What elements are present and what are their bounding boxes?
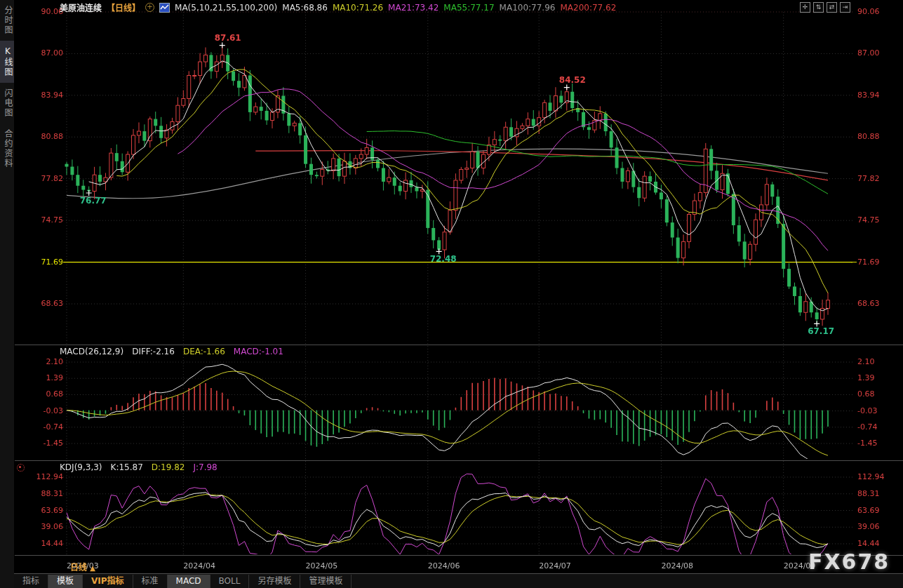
ma100-value: MA100:77.96 <box>500 3 556 13</box>
macd-axis-label-left: -1.45 <box>21 439 63 448</box>
crosshair-icon[interactable]: ✛ <box>800 2 810 13</box>
panel-separator <box>14 460 903 461</box>
kdj-axis-label-right: 88.31 <box>857 489 880 498</box>
kdj-axis-label-right: 39.06 <box>857 522 880 531</box>
price-annotation: 76.77 <box>72 196 114 206</box>
chart-toolbar: ✛ ⇅ ⇄ ⇥ <box>800 2 850 13</box>
chart-header: 美原油连续 【日线】 + MA(5,10,21,55,100,200) MA5:… <box>60 1 616 13</box>
sidebar-item-timeshare[interactable]: 分时图 <box>0 0 14 41</box>
price-annotation: 87.61 <box>207 33 249 43</box>
price-annotation: 67.17 <box>800 326 842 336</box>
sidebar-item-contract-info[interactable]: 合约资料 <box>0 123 14 174</box>
kdj-axis-label-right: 63.69 <box>857 506 880 515</box>
sidebar-item-lightning[interactable]: 闪电图 <box>0 83 14 123</box>
price-axis-label-left: 90.06 <box>21 7 63 16</box>
macd-axis-label-right: -1.45 <box>857 439 877 448</box>
kdj-header: KDJ(9,3,3) K:15.87 D:19.82 J:7.98 <box>60 462 218 472</box>
tab-templates[interactable]: 模板 <box>48 575 83 588</box>
ma-settings-label: MA(5,10,21,55,100,200) <box>175 3 277 13</box>
macd-axis-label-right: -0.03 <box>857 406 877 415</box>
macd-dea-value: DEA:-1.66 <box>183 347 225 356</box>
price-axis-label-right: 74.75 <box>857 215 880 225</box>
date-axis-label: 2024/05 <box>306 561 338 570</box>
detach-window-icon[interactable]: ⇥ <box>840 2 850 13</box>
macd-axis-label-left: 1.39 <box>21 373 63 382</box>
price-axis-label-left: 83.94 <box>21 91 63 100</box>
date-axis-label: 2024/06 <box>428 561 460 570</box>
kdj-axis-label-left: 14.44 <box>21 539 63 548</box>
price-axis-label-right: 83.94 <box>857 91 880 100</box>
tab-manage-template[interactable]: 管理模板 <box>300 575 352 588</box>
ma200-value: MA200:77.62 <box>560 3 616 13</box>
price-axis-label-left: 74.75 <box>21 215 63 225</box>
indicator-settings-icon[interactable] <box>17 464 25 472</box>
kdj-axis-label-left: 112.94 <box>21 472 63 481</box>
macd-axis-label-left: -0.74 <box>21 422 63 432</box>
watermark: FX678 <box>808 549 890 574</box>
tab-vip-indicators[interactable]: VIP指标 <box>83 575 133 588</box>
tab-indicators[interactable]: 指标 <box>14 575 48 588</box>
macd-axis-label-left: -0.03 <box>21 406 63 415</box>
kdj-axis-label-left: 63.69 <box>21 506 63 515</box>
chart-canvas[interactable] <box>0 0 903 588</box>
sidebar: 分时图 K线图 闪电图 合约资料 <box>0 0 15 588</box>
ma21-value: MA21:73.42 <box>388 3 439 13</box>
vertical-scale-icon[interactable]: ⇅ <box>813 2 824 13</box>
kdj-axis-label-left: 88.31 <box>21 489 63 498</box>
macd-axis-label-right: 1.39 <box>857 373 875 382</box>
circle-plus-icon[interactable]: + <box>145 3 154 12</box>
macd-header: MACD(26,12,9) DIFF:-2.16 DEA:-1.66 MACD:… <box>60 347 283 356</box>
symbol-title: 美原油连续 <box>60 1 102 13</box>
price-axis-label-left: 77.82 <box>21 174 63 183</box>
sidebar-item-kline[interactable]: K线图 <box>0 41 14 83</box>
macd-axis-label-right: 2.10 <box>857 357 875 366</box>
kdj-axis-label-right: 14.44 <box>857 539 880 548</box>
macd-diff-value: DIFF:-2.16 <box>132 347 175 356</box>
macd-macd-value: MACD:-1.01 <box>234 347 283 356</box>
price-axis-label-right: 80.88 <box>857 132 880 141</box>
price-axis-label-right: 90.06 <box>857 7 880 16</box>
tab-save-template[interactable]: 另存模板 <box>249 575 300 588</box>
kdj-d-value: D:19.82 <box>152 462 185 472</box>
kdj-axis-label-left: 39.06 <box>21 522 63 531</box>
period-arrow-icon: ▲ <box>90 564 95 572</box>
kdj-title[interactable]: KDJ(9,3,3) <box>60 462 102 472</box>
ma55-value: MA55:77.17 <box>443 3 494 13</box>
date-axis-label: 2024/04 <box>183 561 215 570</box>
kdj-k-value: K:15.87 <box>111 462 143 472</box>
horizontal-scale-icon[interactable]: ⇄ <box>827 2 837 13</box>
tab-boll[interactable]: BOLL <box>210 575 250 588</box>
macd-axis-label-right: -0.74 <box>857 422 877 432</box>
date-axis-label: 2024/08 <box>661 561 693 570</box>
price-axis-label-right: 87.00 <box>857 48 880 58</box>
price-annotation: 84.52 <box>551 75 594 85</box>
price-axis-label-right: 68.63 <box>857 299 880 308</box>
period-tag: 【日线】 <box>107 1 140 13</box>
bottom-tabbar: 指标 模板 VIP指标 标准 MACD BOLL 另存模板 管理模板 <box>14 573 903 588</box>
price-axis-label-left: 87.00 <box>21 48 63 58</box>
price-axis-label-right: 77.82 <box>857 174 880 183</box>
panel-separator <box>14 345 903 345</box>
price-axis-label-left: 68.63 <box>21 299 63 308</box>
macd-title[interactable]: MACD(26,12,9) <box>60 347 123 356</box>
tab-standard[interactable]: 标准 <box>133 575 168 588</box>
date-axis-label: 2024/07 <box>539 561 571 570</box>
price-axis-label-right: 71.69 <box>857 258 880 267</box>
kdj-axis-label-right: 112.94 <box>857 472 885 481</box>
period-label: 日线 <box>70 563 87 573</box>
macd-axis-label-left: 0.68 <box>21 389 63 399</box>
panel-separator <box>14 555 903 556</box>
macd-axis-label-right: 0.68 <box>857 389 875 399</box>
price-axis-label-left: 71.69 <box>21 258 63 267</box>
price-annotation: 72.48 <box>422 254 464 264</box>
period-selector[interactable]: 日线 ▲ <box>70 561 95 573</box>
kdj-j-value: J:7.98 <box>193 462 217 472</box>
price-axis-label-left: 80.88 <box>21 132 63 141</box>
app-window: 分时图 K线图 闪电图 合约资料 美原油连续 【日线】 + MA(5,10,21… <box>0 0 903 588</box>
macd-axis-label-left: 2.10 <box>21 357 63 366</box>
tab-macd[interactable]: MACD <box>168 575 210 588</box>
ma5-value: MA5:68.86 <box>282 3 328 13</box>
ma-chart-icon[interactable] <box>159 3 170 13</box>
ma10-value: MA10:71.26 <box>333 3 383 13</box>
